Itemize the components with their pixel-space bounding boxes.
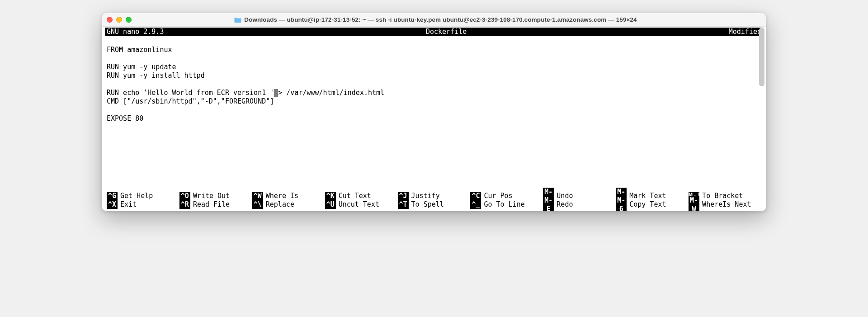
nano-version: GNU nano 2.9.3 xyxy=(107,28,173,36)
shortcut-key: ^\ xyxy=(252,200,263,209)
shortcut-key: ^W xyxy=(252,192,263,200)
file-line[interactable] xyxy=(107,106,761,114)
shortcut-key: M-W xyxy=(689,196,699,212)
shortcut-label: Replace xyxy=(266,200,294,209)
shortcut-label: Cut Text xyxy=(339,192,371,200)
terminal-window: Downloads — ubuntu@ip-172-31-13-52: ~ — … xyxy=(102,13,766,211)
close-button[interactable] xyxy=(107,17,113,23)
shortcut-label: To Spell xyxy=(411,200,444,209)
shortcut-copy-text[interactable]: M-6Copy Text xyxy=(616,200,689,209)
folder-icon xyxy=(234,17,241,23)
shortcut-cur-pos[interactable]: ^CCur Pos xyxy=(470,192,543,200)
shortcut-uncut-text[interactable]: ^UUncut Text xyxy=(325,200,398,209)
shortcut-get-help[interactable]: ^GGet Help xyxy=(107,192,179,200)
shortcut-key: ^U xyxy=(325,200,336,209)
file-line[interactable]: RUN echo 'Hello World from ECR version1 … xyxy=(107,89,761,97)
shortcut-label: Redo xyxy=(557,200,573,209)
shortcut-cut-text[interactable]: ^KCut Text xyxy=(325,192,398,200)
file-line[interactable] xyxy=(107,80,761,89)
blank-line xyxy=(107,123,761,132)
text-cursor xyxy=(274,89,278,97)
scroll-thumb[interactable] xyxy=(759,28,764,86)
nano-editor: GNU nano 2.9.3 Dockerfile Modified FROM … xyxy=(102,27,766,211)
shortcut-undo[interactable]: M-UUndo xyxy=(543,192,616,200)
nano-filename: Dockerfile xyxy=(173,28,719,36)
shortcut-replace[interactable]: ^\Replace xyxy=(252,200,325,209)
shortcut-key: ^J xyxy=(398,192,409,200)
shortcut-key: ^G xyxy=(107,192,118,200)
blank-line xyxy=(107,166,761,175)
shortcut-label: Go To Line xyxy=(484,200,524,209)
blank-line xyxy=(107,149,761,157)
file-line[interactable]: RUN yum -y update xyxy=(107,63,761,71)
shortcut-label: Mark Text xyxy=(629,192,666,200)
shortcut-label: Justify xyxy=(411,192,440,200)
shortcut-key: ^T xyxy=(398,200,409,209)
file-line[interactable]: EXPOSE 80 xyxy=(107,114,761,123)
shortcut-read-file[interactable]: ^RRead File xyxy=(179,200,252,209)
shortcut-label: Undo xyxy=(557,192,573,200)
blank-line xyxy=(107,175,761,183)
scrollbar[interactable] xyxy=(759,27,765,211)
title-bar[interactable]: Downloads — ubuntu@ip-172-31-13-52: ~ — … xyxy=(102,13,766,27)
shortcut-justify[interactable]: ^JJustify xyxy=(398,192,471,200)
shortcut-label: Copy Text xyxy=(629,200,666,209)
nano-status-bar: GNU nano 2.9.3 Dockerfile Modified xyxy=(105,28,763,36)
shortcut-label: To Bracket xyxy=(702,192,743,200)
shortcut-to-spell[interactable]: ^TTo Spell xyxy=(398,200,471,209)
shortcut-whereis-next[interactable]: M-WWhereIs Next xyxy=(689,200,761,209)
shortcut-label: Exit xyxy=(120,200,137,209)
shortcut-label: Get Help xyxy=(120,192,153,200)
shortcut-key: M-6 xyxy=(616,196,627,212)
shortcut-write-out[interactable]: ^OWrite Out xyxy=(179,192,252,200)
shortcut-label: Where Is xyxy=(266,192,298,200)
blank-line xyxy=(107,183,761,192)
shortcut-key: ^O xyxy=(179,192,190,200)
shortcut-bar: ^GGet Help^OWrite Out^WWhere Is^KCut Tex… xyxy=(105,192,763,209)
shortcut-label: Uncut Text xyxy=(339,200,379,209)
traffic-lights xyxy=(107,17,132,23)
shortcut-label: WhereIs Next xyxy=(702,200,751,209)
shortcut-label: Read File xyxy=(193,200,230,209)
shortcut-key: ^_ xyxy=(470,200,481,209)
file-line[interactable]: FROM amazonlinux xyxy=(107,46,761,54)
shortcut-key: M-E xyxy=(543,196,554,212)
file-content[interactable]: FROM amazonlinuxRUN yum -y updateRUN yum… xyxy=(105,36,763,192)
file-line[interactable]: RUN yum -y install httpd xyxy=(107,71,761,80)
shortcut-key: ^C xyxy=(470,192,481,200)
shortcut-go-to-line[interactable]: ^_Go To Line xyxy=(470,200,543,209)
window-title: Downloads — ubuntu@ip-172-31-13-52: ~ — … xyxy=(244,16,637,23)
file-line[interactable] xyxy=(107,37,761,46)
shortcut-key: ^K xyxy=(325,192,336,200)
shortcut-to-bracket[interactable]: M-]To Bracket xyxy=(689,192,761,200)
file-line[interactable]: CMD ["/usr/sbin/httpd","-D","FOREGROUND"… xyxy=(107,97,761,106)
shortcut-label: Cur Pos xyxy=(484,192,512,200)
shortcut-key: ^R xyxy=(179,200,190,209)
window-title-wrap: Downloads — ubuntu@ip-172-31-13-52: ~ — … xyxy=(135,16,736,23)
shortcut-redo[interactable]: M-ERedo xyxy=(543,200,616,209)
shortcut-key: ^X xyxy=(107,200,118,209)
shortcut-where-is[interactable]: ^WWhere Is xyxy=(252,192,325,200)
blank-line xyxy=(107,140,761,149)
nano-status: Modified xyxy=(720,28,761,36)
minimize-button[interactable] xyxy=(116,17,122,23)
zoom-button[interactable] xyxy=(126,17,132,23)
blank-line xyxy=(107,157,761,166)
file-line[interactable] xyxy=(107,54,761,63)
shortcut-mark-text[interactable]: M-AMark Text xyxy=(616,192,689,200)
shortcut-label: Write Out xyxy=(193,192,230,200)
shortcut-exit[interactable]: ^XExit xyxy=(107,200,179,209)
blank-line xyxy=(107,132,761,140)
